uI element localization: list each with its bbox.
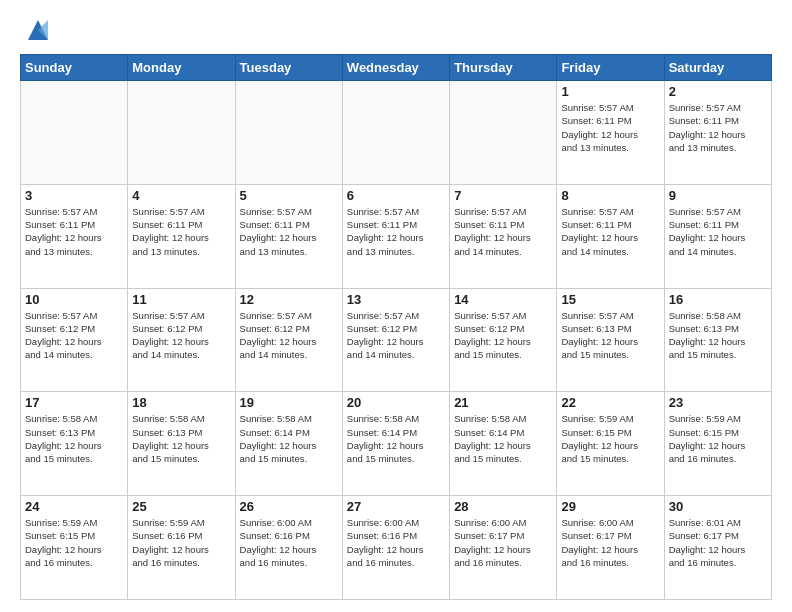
weekday-header-tuesday: Tuesday: [235, 55, 342, 81]
calendar-cell: 27Sunrise: 6:00 AM Sunset: 6:16 PM Dayli…: [342, 496, 449, 600]
weekday-header-monday: Monday: [128, 55, 235, 81]
header: [20, 16, 772, 44]
calendar-cell: [342, 81, 449, 185]
calendar-cell: 24Sunrise: 5:59 AM Sunset: 6:15 PM Dayli…: [21, 496, 128, 600]
calendar-week-4: 17Sunrise: 5:58 AM Sunset: 6:13 PM Dayli…: [21, 392, 772, 496]
calendar-cell: 26Sunrise: 6:00 AM Sunset: 6:16 PM Dayli…: [235, 496, 342, 600]
day-info: Sunrise: 5:57 AM Sunset: 6:11 PM Dayligh…: [561, 205, 659, 258]
day-number: 4: [132, 188, 230, 203]
day-info: Sunrise: 5:59 AM Sunset: 6:15 PM Dayligh…: [25, 516, 123, 569]
day-number: 21: [454, 395, 552, 410]
day-number: 7: [454, 188, 552, 203]
day-info: Sunrise: 5:58 AM Sunset: 6:13 PM Dayligh…: [25, 412, 123, 465]
calendar-cell: [128, 81, 235, 185]
calendar-cell: [450, 81, 557, 185]
day-number: 28: [454, 499, 552, 514]
day-number: 1: [561, 84, 659, 99]
calendar-cell: 16Sunrise: 5:58 AM Sunset: 6:13 PM Dayli…: [664, 288, 771, 392]
day-number: 18: [132, 395, 230, 410]
day-info: Sunrise: 5:58 AM Sunset: 6:13 PM Dayligh…: [669, 309, 767, 362]
calendar-cell: 30Sunrise: 6:01 AM Sunset: 6:17 PM Dayli…: [664, 496, 771, 600]
calendar-cell: 25Sunrise: 5:59 AM Sunset: 6:16 PM Dayli…: [128, 496, 235, 600]
day-info: Sunrise: 5:57 AM Sunset: 6:12 PM Dayligh…: [347, 309, 445, 362]
day-number: 8: [561, 188, 659, 203]
day-info: Sunrise: 5:58 AM Sunset: 6:14 PM Dayligh…: [347, 412, 445, 465]
calendar-table: SundayMondayTuesdayWednesdayThursdayFrid…: [20, 54, 772, 600]
day-info: Sunrise: 5:58 AM Sunset: 6:14 PM Dayligh…: [240, 412, 338, 465]
calendar-cell: 22Sunrise: 5:59 AM Sunset: 6:15 PM Dayli…: [557, 392, 664, 496]
calendar-cell: 10Sunrise: 5:57 AM Sunset: 6:12 PM Dayli…: [21, 288, 128, 392]
calendar-cell: 2Sunrise: 5:57 AM Sunset: 6:11 PM Daylig…: [664, 81, 771, 185]
day-number: 20: [347, 395, 445, 410]
calendar-cell: 28Sunrise: 6:00 AM Sunset: 6:17 PM Dayli…: [450, 496, 557, 600]
weekday-header-friday: Friday: [557, 55, 664, 81]
day-number: 27: [347, 499, 445, 514]
calendar-cell: 8Sunrise: 5:57 AM Sunset: 6:11 PM Daylig…: [557, 184, 664, 288]
calendar-header-row: SundayMondayTuesdayWednesdayThursdayFrid…: [21, 55, 772, 81]
day-number: 29: [561, 499, 659, 514]
day-info: Sunrise: 5:57 AM Sunset: 6:11 PM Dayligh…: [347, 205, 445, 258]
calendar-cell: 29Sunrise: 6:00 AM Sunset: 6:17 PM Dayli…: [557, 496, 664, 600]
calendar-cell: 4Sunrise: 5:57 AM Sunset: 6:11 PM Daylig…: [128, 184, 235, 288]
day-info: Sunrise: 5:59 AM Sunset: 6:16 PM Dayligh…: [132, 516, 230, 569]
day-number: 26: [240, 499, 338, 514]
calendar-cell: 1Sunrise: 5:57 AM Sunset: 6:11 PM Daylig…: [557, 81, 664, 185]
day-number: 30: [669, 499, 767, 514]
day-info: Sunrise: 5:57 AM Sunset: 6:11 PM Dayligh…: [132, 205, 230, 258]
calendar-cell: 6Sunrise: 5:57 AM Sunset: 6:11 PM Daylig…: [342, 184, 449, 288]
calendar-cell: 12Sunrise: 5:57 AM Sunset: 6:12 PM Dayli…: [235, 288, 342, 392]
day-info: Sunrise: 5:57 AM Sunset: 6:12 PM Dayligh…: [132, 309, 230, 362]
day-info: Sunrise: 5:57 AM Sunset: 6:12 PM Dayligh…: [25, 309, 123, 362]
logo: [20, 16, 52, 44]
day-number: 14: [454, 292, 552, 307]
day-info: Sunrise: 5:58 AM Sunset: 6:14 PM Dayligh…: [454, 412, 552, 465]
calendar-cell: 19Sunrise: 5:58 AM Sunset: 6:14 PM Dayli…: [235, 392, 342, 496]
day-info: Sunrise: 6:01 AM Sunset: 6:17 PM Dayligh…: [669, 516, 767, 569]
calendar-cell: 21Sunrise: 5:58 AM Sunset: 6:14 PM Dayli…: [450, 392, 557, 496]
day-info: Sunrise: 5:57 AM Sunset: 6:11 PM Dayligh…: [240, 205, 338, 258]
calendar-week-5: 24Sunrise: 5:59 AM Sunset: 6:15 PM Dayli…: [21, 496, 772, 600]
day-number: 12: [240, 292, 338, 307]
day-number: 24: [25, 499, 123, 514]
day-number: 19: [240, 395, 338, 410]
calendar-week-2: 3Sunrise: 5:57 AM Sunset: 6:11 PM Daylig…: [21, 184, 772, 288]
day-info: Sunrise: 5:57 AM Sunset: 6:11 PM Dayligh…: [454, 205, 552, 258]
day-info: Sunrise: 6:00 AM Sunset: 6:16 PM Dayligh…: [347, 516, 445, 569]
day-number: 11: [132, 292, 230, 307]
calendar-cell: 18Sunrise: 5:58 AM Sunset: 6:13 PM Dayli…: [128, 392, 235, 496]
day-info: Sunrise: 5:57 AM Sunset: 6:11 PM Dayligh…: [669, 101, 767, 154]
day-number: 15: [561, 292, 659, 307]
calendar-cell: [21, 81, 128, 185]
day-number: 13: [347, 292, 445, 307]
day-number: 25: [132, 499, 230, 514]
day-number: 22: [561, 395, 659, 410]
day-number: 5: [240, 188, 338, 203]
day-number: 6: [347, 188, 445, 203]
day-number: 10: [25, 292, 123, 307]
page: SundayMondayTuesdayWednesdayThursdayFrid…: [0, 0, 792, 612]
calendar-cell: 23Sunrise: 5:59 AM Sunset: 6:15 PM Dayli…: [664, 392, 771, 496]
calendar-cell: 11Sunrise: 5:57 AM Sunset: 6:12 PM Dayli…: [128, 288, 235, 392]
day-info: Sunrise: 5:57 AM Sunset: 6:11 PM Dayligh…: [561, 101, 659, 154]
calendar-cell: 13Sunrise: 5:57 AM Sunset: 6:12 PM Dayli…: [342, 288, 449, 392]
day-info: Sunrise: 6:00 AM Sunset: 6:16 PM Dayligh…: [240, 516, 338, 569]
day-info: Sunrise: 5:59 AM Sunset: 6:15 PM Dayligh…: [561, 412, 659, 465]
day-info: Sunrise: 5:57 AM Sunset: 6:11 PM Dayligh…: [25, 205, 123, 258]
day-info: Sunrise: 5:57 AM Sunset: 6:12 PM Dayligh…: [240, 309, 338, 362]
calendar-cell: 20Sunrise: 5:58 AM Sunset: 6:14 PM Dayli…: [342, 392, 449, 496]
day-number: 9: [669, 188, 767, 203]
day-number: 3: [25, 188, 123, 203]
day-number: 17: [25, 395, 123, 410]
day-info: Sunrise: 5:57 AM Sunset: 6:13 PM Dayligh…: [561, 309, 659, 362]
calendar-cell: 5Sunrise: 5:57 AM Sunset: 6:11 PM Daylig…: [235, 184, 342, 288]
day-info: Sunrise: 6:00 AM Sunset: 6:17 PM Dayligh…: [454, 516, 552, 569]
calendar-cell: 14Sunrise: 5:57 AM Sunset: 6:12 PM Dayli…: [450, 288, 557, 392]
calendar-week-1: 1Sunrise: 5:57 AM Sunset: 6:11 PM Daylig…: [21, 81, 772, 185]
day-info: Sunrise: 5:57 AM Sunset: 6:11 PM Dayligh…: [669, 205, 767, 258]
day-info: Sunrise: 5:58 AM Sunset: 6:13 PM Dayligh…: [132, 412, 230, 465]
calendar-cell: 9Sunrise: 5:57 AM Sunset: 6:11 PM Daylig…: [664, 184, 771, 288]
day-number: 16: [669, 292, 767, 307]
calendar-cell: 17Sunrise: 5:58 AM Sunset: 6:13 PM Dayli…: [21, 392, 128, 496]
weekday-header-sunday: Sunday: [21, 55, 128, 81]
day-info: Sunrise: 6:00 AM Sunset: 6:17 PM Dayligh…: [561, 516, 659, 569]
